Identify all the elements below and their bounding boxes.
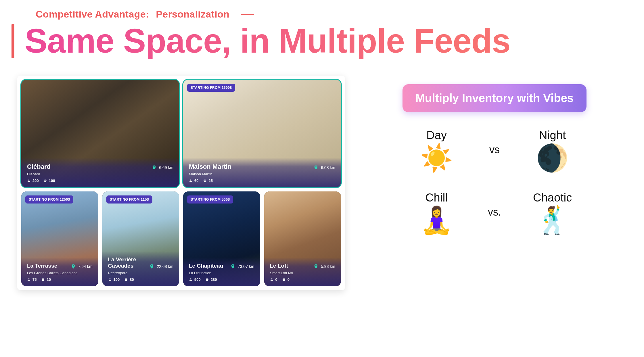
venue-card[interactable]: STARTING FROM 500$ Le Chapiteau 73.07 km… [183, 191, 260, 286]
venue-distance: 6.08 km [313, 165, 335, 170]
seated-stat: 280 [205, 277, 217, 282]
venue-distance: 22.68 km [149, 264, 173, 269]
seated-value: 10 [47, 277, 51, 282]
gallery-row-secondary: STARTING FROM 1250$ La Terrasse 7.64 km … [21, 191, 341, 286]
price-badge: STARTING FROM 115$ [106, 195, 152, 204]
vibes-grid: Day ☀️ vs Night 🌒 Chill 🧘‍♀️ vs. Chaotic… [402, 129, 586, 233]
seated-stat: 80 [124, 277, 134, 282]
venue-card-footer: Clébard 6.69 km Clébard 200 100 [21, 158, 179, 187]
seated-value: 25 [208, 178, 212, 183]
venue-card[interactable]: Le Loft 5.93 km Smart Loft Mtl 0 0 [264, 191, 341, 286]
content-row: Clébard 6.69 km Clébard 200 100 [32, 76, 612, 290]
eyebrow-label: Competitive Advantage: [36, 9, 149, 20]
pin-icon [152, 165, 157, 170]
venue-card[interactable]: STARTING FROM 1500$ Maison Martin 6.08 k… [183, 80, 341, 187]
seat-icon [41, 278, 45, 281]
pin-icon [313, 264, 319, 269]
venue-distance-value: 7.64 km [78, 264, 93, 269]
venue-card[interactable]: Clébard 6.69 km Clébard 200 100 [21, 80, 179, 187]
venue-name: La Terrasse [27, 263, 57, 269]
vibe-cell-chill: Chill 🧘‍♀️ [420, 191, 453, 233]
eyebrow-dash-icon [241, 14, 254, 15]
venue-stats: 100 80 [108, 277, 174, 282]
price-badge: STARTING FROM 500$ [187, 195, 233, 204]
pin-icon [71, 264, 76, 269]
highlight-pill: Multiply Inventory with Vibes [402, 84, 586, 112]
venue-distance-value: 6.69 km [159, 165, 173, 170]
capacity-stat: 500 [189, 277, 201, 282]
venue-card[interactable]: STARTING FROM 1250$ La Terrasse 7.64 km … [21, 191, 98, 286]
gallery-panel: Clébard 6.69 km Clébard 200 100 [17, 76, 345, 290]
seated-value: 80 [130, 277, 134, 282]
venue-host: Clébard [27, 172, 173, 176]
vibe-label: Day [420, 129, 453, 142]
title-row: Same Space, in Multiple Feeds [12, 23, 612, 59]
price-badge: STARTING FROM 1500$ [187, 84, 235, 92]
venue-stats: 500 280 [189, 277, 254, 282]
seat-icon [43, 179, 47, 183]
capacity-stat: 100 [108, 277, 120, 282]
venue-name: Clébard [27, 163, 51, 170]
person-icon [270, 278, 274, 281]
vibe-cell-day: Day ☀️ [420, 129, 453, 171]
venue-stats: 200 100 [27, 178, 173, 183]
page-title: Same Space, in Multiple Feeds [25, 23, 510, 59]
venue-name: La Verrière Cascades [108, 256, 146, 269]
seated-stat: 25 [203, 178, 212, 183]
person-icon [189, 179, 193, 183]
sun-icon: ☀️ [420, 145, 453, 171]
venue-host: Maison Martin [189, 172, 335, 176]
seat-icon [124, 278, 128, 281]
capacity-stat: 60 [189, 178, 198, 183]
venue-distance: 6.69 km [152, 165, 173, 170]
capacity-value: 200 [32, 178, 39, 183]
venue-name: Le Loft [270, 263, 288, 269]
venue-distance-value: 5.93 km [321, 264, 335, 269]
venue-card-footer: Le Chapiteau 73.07 km La Distinction 500… [183, 258, 260, 286]
price-badge: STARTING FROM 1250$ [25, 195, 73, 204]
venue-host: Récréoparc [108, 271, 174, 275]
vibe-cell-chaotic: Chaotic 🕺 [533, 191, 572, 233]
dance-icon: 🕺 [533, 207, 572, 233]
capacity-value: 100 [114, 277, 120, 282]
venue-name: Maison Martin [189, 163, 231, 170]
venue-distance: 7.64 km [71, 264, 93, 269]
eyebrow: Competitive Advantage: Personalization [36, 9, 229, 20]
venue-name: Le Chapiteau [189, 263, 223, 269]
eyebrow-sub: Personalization [156, 9, 229, 20]
pin-icon [230, 264, 235, 269]
capacity-value: 500 [194, 277, 201, 282]
venue-distance-value: 6.08 km [321, 165, 335, 170]
vibe-label: Chaotic [533, 191, 572, 204]
seat-icon [205, 278, 209, 281]
pin-icon [313, 165, 319, 170]
vibe-label: Chill [420, 191, 453, 204]
person-icon [27, 278, 31, 281]
eyebrow-row: Competitive Advantage: Personalization [32, 9, 612, 20]
title-accent-bar [12, 24, 14, 58]
venue-stats: 0 0 [270, 277, 336, 282]
venue-distance-value: 73.07 km [238, 264, 254, 269]
venue-distance: 73.07 km [230, 264, 254, 269]
vs-label: vs [489, 144, 500, 156]
gallery-row-featured: Clébard 6.69 km Clébard 200 100 [21, 80, 341, 187]
venue-host: La Distinction [189, 271, 254, 275]
venue-host: Les Grands Ballets Canadiens [27, 271, 93, 275]
yoga-icon: 🧘‍♀️ [420, 207, 453, 233]
venue-stats: 75 10 [27, 277, 93, 282]
capacity-stat: 75 [27, 277, 37, 282]
venue-distance: 5.93 km [313, 264, 335, 269]
vibe-cell-night: Night 🌒 [536, 129, 569, 171]
seated-value: 0 [288, 277, 290, 282]
right-column: Multiply Inventory with Vibes Day ☀️ vs … [377, 76, 612, 233]
venue-card-footer: La Terrasse 7.64 km Les Grands Ballets C… [21, 258, 98, 286]
venue-card-footer: Le Loft 5.93 km Smart Loft Mtl 0 0 [264, 258, 341, 286]
vibe-label: Night [536, 129, 569, 142]
capacity-stat: 0 [270, 277, 277, 282]
person-icon [189, 278, 193, 281]
seat-icon [282, 278, 286, 281]
pin-icon [149, 264, 154, 269]
venue-card[interactable]: STARTING FROM 115$ La Verrière Cascades … [102, 191, 179, 286]
seated-stat: 100 [43, 178, 55, 183]
moon-icon: 🌒 [536, 145, 569, 171]
